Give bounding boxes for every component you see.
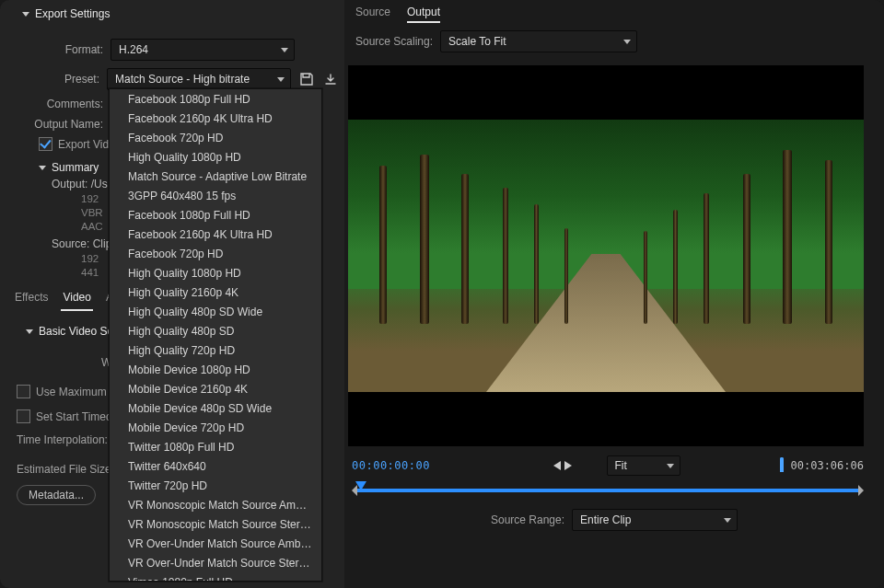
preset-option[interactable]: Twitter 640x640 — [110, 456, 321, 476]
max-render-checkbox[interactable] — [17, 385, 30, 398]
crop-icon[interactable] — [780, 457, 784, 472]
save-preset-icon[interactable] — [298, 71, 315, 87]
preset-select[interactable]: Match Source - High bitrate — [107, 68, 291, 90]
chevron-down-icon — [724, 518, 731, 523]
preview-area[interactable] — [348, 65, 864, 446]
metadata-button[interactable]: Metadata... — [17, 485, 96, 505]
slider-track — [355, 489, 860, 492]
preset-option[interactable]: VR Monoscopic Match Source Ambisonics — [110, 495, 321, 514]
preset-option[interactable]: High Quality 1080p HD — [110, 147, 321, 167]
import-preset-icon[interactable] — [322, 71, 339, 87]
source-scaling-select[interactable]: Scale To Fit — [440, 30, 637, 52]
preset-option[interactable]: Mobile Device 2160p 4K — [110, 379, 321, 398]
chevron-down-icon — [667, 464, 674, 468]
preset-option[interactable]: Mobile Device 480p SD Wide — [110, 398, 321, 418]
preset-option[interactable]: Twitter 720p HD — [110, 476, 321, 495]
preset-option[interactable]: Mobile Device 1080p HD — [110, 360, 321, 379]
preset-option[interactable]: Facebook 720p HD — [110, 244, 321, 263]
timecode-current[interactable]: 00:00:00:00 — [352, 459, 430, 472]
preset-option[interactable]: Facebook 1080p Full HD — [110, 205, 321, 225]
chevron-down-icon — [623, 40, 631, 44]
export-video-checkbox[interactable] — [39, 137, 52, 151]
timecode-duration: 00:03:06:06 — [791, 459, 864, 472]
export-settings-header[interactable]: Export Settings — [0, 7, 344, 20]
preset-option[interactable]: VR Over-Under Match Source Ambisonics — [110, 534, 321, 553]
zoom-fit-select[interactable]: Fit — [607, 455, 680, 476]
preset-option[interactable]: 3GPP 640x480 15 fps — [110, 186, 321, 205]
preset-option[interactable]: Twitter 1080p Full HD — [110, 437, 321, 456]
preset-option[interactable]: VR Over-Under Match Source Stereo Audio — [110, 553, 321, 572]
preset-option[interactable]: High Quality 2160p 4K — [110, 282, 321, 302]
tab-source[interactable]: Source — [355, 6, 390, 23]
preset-option[interactable]: Facebook 2160p 4K Ultra HD — [110, 109, 321, 128]
out-point-handle[interactable] — [858, 485, 864, 496]
prev-frame-icon[interactable] — [553, 461, 561, 470]
time-interp-label: Time Interpolation: — [17, 433, 108, 446]
tab-video[interactable]: Video — [61, 291, 92, 311]
output-name-label: Output Name: — [0, 118, 110, 131]
chevron-down-icon — [22, 12, 29, 17]
preset-option[interactable]: Facebook 720p HD — [110, 128, 321, 147]
chevron-down-icon — [277, 77, 285, 82]
summary-title: Summary — [52, 161, 99, 174]
playhead[interactable] — [355, 481, 366, 490]
tab-effects[interactable]: Effects — [13, 291, 50, 311]
comments-label: Comments: — [0, 98, 110, 110]
preset-option[interactable]: High Quality 480p SD — [110, 321, 321, 340]
left-panel: Export Settings Format: H.264 Preset: Ma… — [0, 0, 344, 588]
right-panel: Source Output Source Scaling: Scale To F… — [344, 0, 884, 588]
timeline-slider[interactable] — [352, 481, 864, 500]
source-scaling-label: Source Scaling: — [355, 35, 433, 48]
preset-option[interactable]: High Quality 480p SD Wide — [110, 302, 321, 321]
chevron-down-icon — [26, 329, 33, 334]
next-frame-icon[interactable] — [564, 461, 572, 470]
preset-option[interactable]: Match Source - Adaptive Low Bitrate — [110, 167, 321, 186]
chevron-down-icon — [281, 48, 288, 52]
timeline-controls: 00:00:00:00 Fit 00:03:06:06 — [344, 450, 884, 479]
start-tc-checkbox[interactable] — [17, 409, 30, 423]
source-range-select[interactable]: Entire Clip — [572, 509, 738, 531]
format-label: Format: — [0, 43, 110, 56]
preset-option[interactable]: High Quality 1080p HD — [110, 263, 321, 282]
preset-option[interactable]: High Quality 720p HD — [110, 340, 321, 360]
preset-option[interactable]: Vimeo 1080p Full HD — [110, 572, 321, 581]
chevron-down-icon — [39, 166, 46, 170]
format-select[interactable]: H.264 — [110, 39, 295, 61]
tab-output[interactable]: Output — [407, 6, 440, 23]
preset-option[interactable]: Mobile Device 720p HD — [110, 418, 321, 437]
source-range-label: Source Range: — [491, 513, 564, 526]
export-settings-title: Export Settings — [35, 7, 110, 20]
preset-dropdown[interactable]: Facebook 1080p Full HDFacebook 2160p 4K … — [109, 88, 322, 582]
preset-option[interactable]: Facebook 1080p Full HD — [110, 89, 321, 109]
preset-label: Preset: — [0, 73, 107, 86]
preset-option[interactable]: VR Monoscopic Match Source Stereo Audio — [110, 514, 321, 534]
app-root: Export Settings Format: H.264 Preset: Ma… — [0, 0, 884, 588]
preset-option[interactable]: Facebook 2160p 4K Ultra HD — [110, 225, 321, 244]
preview-image — [348, 120, 864, 392]
est-label: Estimated File Size: — [17, 463, 114, 476]
